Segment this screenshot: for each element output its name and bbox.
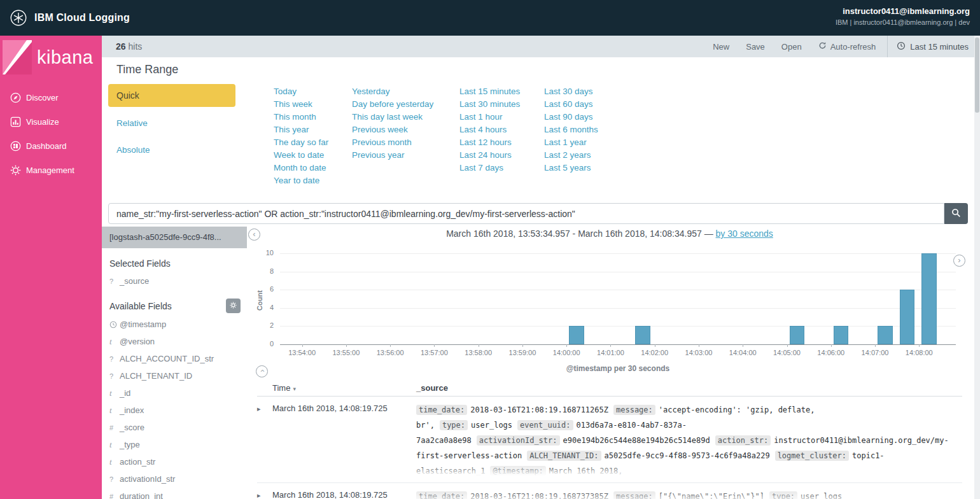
histogram-bar[interactable]: [790, 326, 805, 344]
hits-label: hits: [129, 41, 143, 52]
chevron-up-icon[interactable]: ›: [256, 365, 268, 377]
expand-doc-icon[interactable]: ▸: [257, 405, 261, 412]
x-tick-mark: [655, 344, 655, 347]
interval-link[interactable]: by 30 seconds: [716, 228, 773, 239]
doc-source-text: time_date:2018-03-16T21:08:19.168737385Z…: [416, 489, 962, 499]
sidebar-item-visualize[interactable]: Visualize: [0, 109, 102, 134]
histogram-bar[interactable]: [921, 253, 937, 344]
expand-doc-icon[interactable]: ▸: [257, 491, 261, 499]
quick-range-link[interactable]: Last 4 hours: [459, 123, 520, 136]
x-tick-mark: [699, 344, 699, 347]
field-item-action_str[interactable]: taction_str: [102, 453, 247, 470]
quick-range-link[interactable]: Today: [274, 85, 328, 98]
doc-time: March 16th 2018, 14:08:19.725: [272, 489, 416, 499]
x-tick-mark: [522, 344, 523, 347]
field-item-@timestamp[interactable]: @timestamp: [102, 316, 247, 333]
doc-table: Time▾ _source ▸March 16th 2018, 14:08:19…: [257, 379, 962, 499]
gridline: [280, 253, 956, 254]
x-tick-mark: [831, 344, 832, 347]
unknown-type-icon: ?: [109, 278, 118, 285]
scrollbar-thumb[interactable]: [975, 38, 979, 113]
discover-main: ‹ March 16th 2018, 13:53:34.957 - March …: [247, 227, 972, 499]
search-input[interactable]: [108, 203, 944, 224]
quick-range-link[interactable]: Month to date: [274, 162, 328, 174]
quick-range-link[interactable]: Last 30 days: [544, 85, 598, 98]
quick-range-link[interactable]: Day before yesterday: [352, 98, 433, 111]
histogram-bar[interactable]: [569, 326, 584, 344]
chart-title-separator: —: [704, 228, 713, 239]
time-picker-button[interactable]: Last 15 minutes: [887, 36, 972, 57]
kibana-logo-row[interactable]: kibana: [0, 36, 102, 79]
quick-range-link[interactable]: Last 1 hour: [459, 111, 520, 123]
quick-range-link[interactable]: Last 24 hours: [459, 149, 520, 162]
field-settings-button[interactable]: [226, 299, 241, 313]
quick-range-link[interactable]: Last 2 years: [544, 149, 598, 162]
field-item-_score[interactable]: #_score: [102, 419, 247, 436]
tab-absolute[interactable]: Absolute: [116, 145, 150, 155]
doc-source: time_date:2018-03-16T21:08:19.168737385Z…: [416, 489, 962, 499]
quick-range-link[interactable]: Last 30 minutes: [459, 98, 520, 111]
selected-fields-title: Selected Fields: [102, 248, 247, 272]
quick-range-link[interactable]: Yesterday: [352, 85, 433, 98]
field-item-activationId_str[interactable]: ?activationId_str: [102, 470, 247, 488]
field-item-_index[interactable]: t_index: [102, 402, 247, 419]
y-tick-label: 0: [270, 340, 274, 348]
quick-range-link[interactable]: This year: [274, 123, 328, 136]
quick-range-link[interactable]: The day so far: [274, 136, 328, 149]
field-value: user_logs: [801, 492, 842, 499]
quick-range-link[interactable]: Week to date: [274, 149, 328, 162]
field-item-_source[interactable]: ?_source: [102, 272, 247, 290]
new-button[interactable]: New: [713, 42, 729, 52]
quick-ranges: TodayThis weekThis monthThis yearThe day…: [274, 85, 719, 193]
histogram-bar[interactable]: [635, 326, 650, 344]
open-button[interactable]: Open: [781, 42, 802, 52]
quick-range-link[interactable]: Last 12 hours: [459, 136, 520, 149]
field-key-badge: message:: [613, 405, 655, 415]
quick-range-link[interactable]: Last 5 years: [544, 162, 598, 174]
x-tick-label: 14:04:00: [729, 349, 757, 356]
sidebar-item-dashboard[interactable]: Dashboard: [0, 134, 102, 158]
x-tick-label: 14:00:00: [553, 349, 580, 356]
quick-range-link[interactable]: Last 1 year: [544, 136, 598, 149]
table-row: ▸March 16th 2018, 14:08:19.725time_date:…: [257, 397, 962, 483]
string-type-icon: t: [109, 337, 118, 347]
index-pattern-selector[interactable]: [logstash-a5025dfe-9cc9-4f8...: [102, 227, 247, 248]
x-tick-label: 13:54:00: [288, 349, 316, 356]
quick-range-link[interactable]: This month: [274, 111, 328, 123]
sidebar-item-discover[interactable]: Discover: [0, 85, 102, 109]
field-value: March 16th 2018, 14:08:19.725: [416, 467, 622, 477]
quick-range-link[interactable]: This week: [274, 98, 328, 111]
tab-quick[interactable]: Quick: [108, 84, 235, 107]
quick-range-link[interactable]: Last 60 days: [544, 98, 598, 111]
histogram-bar[interactable]: [834, 326, 849, 344]
field-item-duration_int[interactable]: #duration_int: [102, 488, 247, 499]
quick-range-link[interactable]: Last 15 minutes: [459, 85, 520, 98]
quick-range-link[interactable]: Previous month: [352, 136, 433, 149]
field-item-@version[interactable]: t@version: [102, 333, 247, 350]
time-column-header[interactable]: Time▾: [272, 383, 416, 393]
field-item-_type[interactable]: t_type: [102, 436, 247, 453]
save-button[interactable]: Save: [746, 42, 765, 52]
sidebar-item-label: Management: [26, 165, 74, 175]
tab-relative[interactable]: Relative: [116, 118, 148, 128]
quick-range-link[interactable]: Previous year: [352, 149, 433, 162]
field-item-ALCH_TENANT_ID[interactable]: ?ALCH_TENANT_ID: [102, 367, 247, 384]
quick-range-link[interactable]: This day last week: [352, 111, 433, 123]
quick-range-link[interactable]: Last 90 days: [544, 111, 598, 123]
histogram-bar[interactable]: [900, 290, 915, 344]
field-item-ALCH_ACCOUNT_ID_str[interactable]: ?ALCH_ACCOUNT_ID_str: [102, 350, 247, 367]
quick-range-link[interactable]: Last 6 months: [544, 123, 598, 136]
sidebar-item-management[interactable]: Management: [0, 158, 102, 182]
histogram-bar[interactable]: [878, 326, 893, 344]
auto-refresh-button[interactable]: Auto-refresh: [818, 41, 876, 52]
field-name: activationId_str: [120, 474, 175, 484]
toolbar-actions: New Save Open Auto-refresh Last 15 minut…: [713, 36, 972, 57]
search-button[interactable]: [944, 203, 968, 224]
field-value: ["{\"name\":\"Erin\"}"]: [659, 492, 764, 499]
auto-refresh-label: Auto-refresh: [830, 42, 876, 52]
field-name: _score: [120, 423, 144, 432]
field-item-_id[interactable]: t_id: [102, 384, 247, 402]
quick-range-link[interactable]: Last 7 days: [459, 162, 520, 174]
quick-range-link[interactable]: Year to date: [274, 174, 328, 187]
quick-range-link[interactable]: Previous week: [352, 123, 433, 136]
